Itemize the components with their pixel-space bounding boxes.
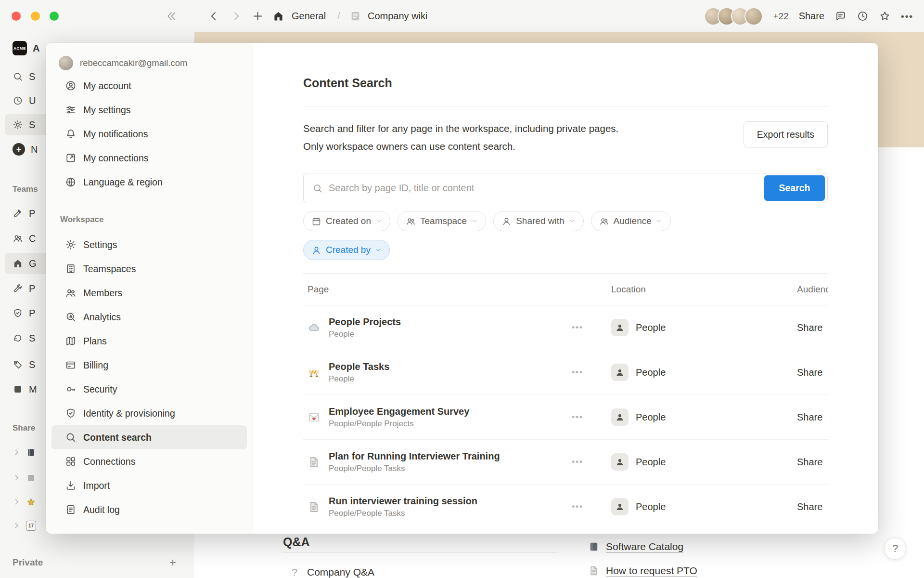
share-section-label[interactable]: Share [13, 422, 35, 434]
construction-page-icon [308, 366, 321, 379]
page-link-software-catalog[interactable]: Software Catalog [588, 536, 683, 557]
settings-nav-my-settings[interactable]: My settings [51, 98, 247, 122]
collaborator-avatars[interactable] [691, 7, 763, 26]
settings-nav-settings[interactable]: Settings [51, 233, 247, 257]
table-row[interactable]: Employee Engagement Survey People/People… [303, 395, 828, 440]
external-link-icon [65, 152, 77, 164]
person-icon [615, 322, 625, 333]
location-cell: People [597, 305, 797, 350]
sliders-icon [65, 104, 77, 116]
settings-nav-import[interactable]: Import [51, 473, 247, 498]
question-page-icon: ? [289, 566, 300, 578]
filter-audience[interactable]: Audience [591, 211, 671, 231]
help-button[interactable]: ? [884, 538, 906, 560]
sidebar-label: C [29, 233, 36, 244]
settings-sidebar: rebeccamcakir@gmail.com My account My se… [46, 43, 253, 534]
table-row[interactable]: Plan for Running Interviewer Training Pe… [303, 440, 828, 485]
filter-row-2: Created by [303, 240, 390, 260]
teams-section-label[interactable]: Teams [13, 184, 38, 195]
settings-nav-analytics[interactable]: Analytics [51, 305, 247, 329]
page-icon [588, 565, 600, 577]
calendar-icon: 17 [26, 521, 36, 531]
people-icon [13, 233, 23, 244]
settings-nav-security[interactable]: Security [51, 377, 247, 401]
new-tab-icon[interactable] [252, 10, 264, 22]
person-icon [311, 245, 321, 255]
breadcrumb-section[interactable]: General [292, 0, 326, 32]
settings-nav-my-connections[interactable]: My connections [51, 146, 247, 170]
settings-nav-billing[interactable]: Billing [51, 353, 247, 377]
forward-icon[interactable] [230, 10, 242, 22]
sidebar-label: G [29, 258, 37, 269]
page-cell: Run interviewer training session People/… [303, 485, 597, 529]
minimize-window-button[interactable] [31, 12, 40, 21]
search-input[interactable] [329, 183, 827, 194]
settings-nav-identity-provisioning[interactable]: Identity & provisioning [51, 401, 247, 425]
nav-label: Content search [83, 432, 152, 443]
search-button[interactable]: Search [764, 175, 825, 201]
account-avatar [59, 56, 73, 70]
nav-label: Identity & provisioning [83, 408, 175, 419]
home-icon [13, 258, 23, 269]
close-window-button[interactable] [12, 12, 21, 21]
table-row[interactable]: Run interviewer training session People/… [303, 485, 828, 529]
page-title: Plan for Running Interviewer Training [329, 451, 500, 462]
page-meta: Employee Engagement Survey People/People… [329, 406, 469, 429]
search-icon [13, 71, 23, 82]
filter-teamspace[interactable]: Teamspace [398, 211, 486, 231]
table-row[interactable]: People Projects People ••• People Share [303, 305, 828, 350]
row-menu-button[interactable]: ••• [572, 368, 583, 377]
comments-icon[interactable] [834, 10, 847, 22]
settings-nav-language-region[interactable]: Language & region [51, 170, 247, 194]
settings-nav-members[interactable]: Members [51, 281, 247, 305]
settings-nav-content-search[interactable]: Content search [51, 425, 247, 449]
page-title: Run interviewer training session [329, 496, 477, 507]
clock-icon [13, 95, 23, 106]
favorite-icon[interactable] [879, 10, 891, 22]
row-menu-button[interactable]: ••• [572, 457, 583, 467]
tag-icon [13, 359, 23, 370]
settings-nav-my-notifications[interactable]: My notifications [51, 122, 247, 146]
teamspace-badge [611, 319, 629, 336]
page-link-how-to-request-pto[interactable]: How to request PTO [588, 560, 697, 578]
notebook-icon [26, 447, 36, 458]
table-row[interactable]: People Tasks People ••• People Share [303, 350, 828, 395]
settings-nav-audit-log[interactable]: Audit log [51, 498, 247, 522]
location-cell: People [597, 440, 797, 484]
teamspace-badge [611, 498, 629, 515]
zoom-window-button[interactable] [50, 12, 59, 21]
audience-cell: Share [797, 350, 828, 394]
filter-shared-with[interactable]: Shared with [493, 211, 583, 231]
private-section[interactable]: Private + [5, 552, 190, 573]
add-private-page-button[interactable]: + [169, 556, 176, 569]
more-options-button[interactable]: ••• [901, 11, 913, 22]
app-window: ACME A S U S + N Teams P C G [0, 0, 924, 578]
updates-icon[interactable] [857, 10, 869, 22]
filter-created-on[interactable]: Created on [303, 211, 390, 231]
row-menu-button[interactable]: ••• [572, 502, 583, 512]
titlebar-actions: +22 Share ••• [691, 0, 913, 32]
wiki-page-icon [349, 10, 361, 22]
settings-nav-teamspaces[interactable]: Teamspaces [51, 257, 247, 281]
export-results-button[interactable]: Export results [744, 121, 828, 147]
collapse-sidebar-icon[interactable] [166, 10, 178, 22]
avatars-overflow-count[interactable]: +22 [773, 11, 788, 22]
settings-nav-my-account[interactable]: My account [51, 74, 247, 98]
location-name: People [636, 367, 666, 378]
filter-created-by[interactable]: Created by [303, 240, 390, 260]
home-page-icon [272, 10, 284, 22]
settings-nav-connections[interactable]: Connections [51, 449, 247, 473]
page-path: People/People Tasks [329, 464, 500, 473]
chevron-down-icon [471, 218, 478, 224]
page-link-company-qa[interactable]: ? Company Q&A [289, 562, 374, 578]
shield-check-icon [65, 407, 77, 419]
breadcrumb-page[interactable]: Company wiki [368, 0, 427, 32]
location-cell: People [597, 395, 797, 439]
row-menu-button[interactable]: ••• [572, 323, 583, 332]
chevron-right-icon [13, 448, 20, 456]
share-button[interactable]: Share [799, 11, 824, 22]
row-menu-button[interactable]: ••• [572, 412, 583, 422]
star-icon [26, 497, 36, 507]
back-icon[interactable] [208, 10, 220, 22]
settings-nav-plans[interactable]: Plans [51, 329, 247, 353]
